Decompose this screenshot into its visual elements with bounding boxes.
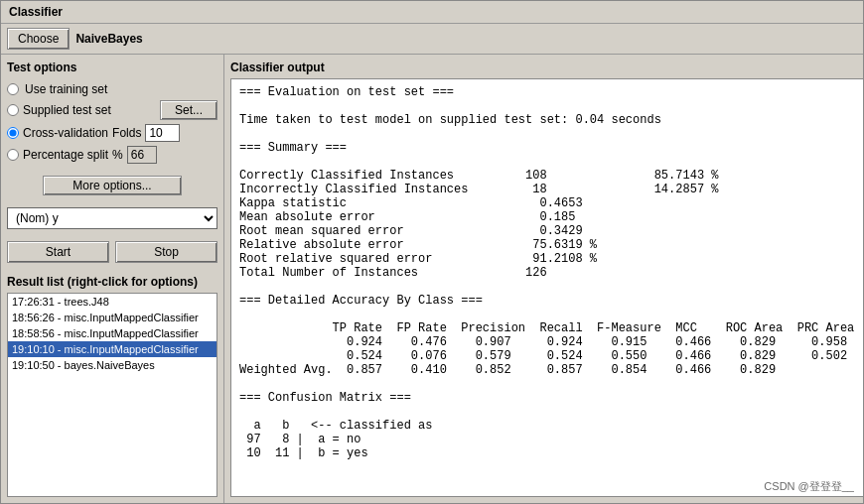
training-set-radio[interactable]: [7, 83, 19, 95]
pct-split-radio[interactable]: [7, 149, 19, 161]
start-stop-row: Start Stop: [7, 241, 217, 263]
list-item[interactable]: 18:58:56 - misc.InputMappedClassifier: [8, 325, 216, 341]
output-area[interactable]: === Evaluation on test set === Time take…: [230, 78, 863, 497]
right-panel: Classifier output === Evaluation on test…: [224, 55, 863, 503]
stop-button[interactable]: Stop: [115, 241, 217, 263]
pct-input[interactable]: [127, 146, 157, 164]
nom-dropdown[interactable]: (Nom) y: [7, 207, 217, 229]
choose-button[interactable]: Choose: [7, 28, 70, 50]
classifier-name-label: NaiveBayes: [75, 32, 142, 46]
list-item[interactable]: 18:56:26 - misc.InputMappedClassifier: [8, 310, 216, 325]
test-options-radios: Use training set Supplied test set Set..…: [7, 82, 217, 164]
list-item[interactable]: 19:10:50 - bayes.NaiveBayes: [8, 357, 216, 373]
crossval-label: Cross-validation: [23, 126, 108, 140]
folds-label: Folds: [112, 126, 141, 140]
training-set-row: Use training set: [7, 82, 217, 96]
start-button[interactable]: Start: [7, 241, 109, 263]
folds-input[interactable]: [145, 124, 180, 142]
more-options-button[interactable]: More options...: [43, 176, 182, 195]
set-button[interactable]: Set...: [160, 100, 217, 120]
pct-symbol: %: [112, 148, 123, 162]
pct-split-label: Percentage split: [23, 148, 108, 162]
window-title: Classifier: [1, 1, 863, 24]
result-list-title: Result list (right-click for options): [7, 275, 217, 289]
classifier-header: Choose NaiveBayes: [1, 24, 863, 55]
main-content: Test options Use training set Supplied t…: [1, 55, 863, 503]
supplied-test-row: Supplied test set Set...: [7, 100, 217, 120]
dropdown-row: (Nom) y: [7, 207, 217, 229]
crossval-radio[interactable]: [7, 127, 19, 139]
result-list: 17:26:31 - trees.J4818:56:26 - misc.Inpu…: [7, 293, 217, 497]
test-options-title: Test options: [7, 61, 217, 74]
crossval-row: Cross-validation Folds: [7, 124, 217, 142]
left-panel: Test options Use training set Supplied t…: [1, 55, 224, 503]
supplied-test-label: Supplied test set: [23, 103, 111, 117]
pct-split-row: Percentage split %: [7, 146, 217, 164]
list-item[interactable]: 17:26:31 - trees.J48: [8, 294, 216, 310]
list-item[interactable]: 19:10:10 - misc.InputMappedClassifier: [8, 341, 216, 357]
output-title: Classifier output: [230, 61, 863, 74]
supplied-test-radio[interactable]: [7, 104, 19, 116]
training-set-label: Use training set: [25, 82, 107, 96]
main-window: Classifier Choose NaiveBayes Test option…: [0, 0, 864, 504]
